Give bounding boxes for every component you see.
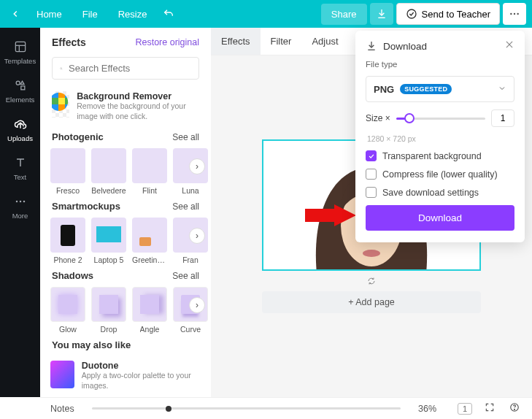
effect-duotone[interactable]: Duotone Apply a two-color palette to you… [49,356,202,395]
transparent-bg-checkbox[interactable]: Transparent background [366,150,514,161]
svg-point-15 [23,201,25,203]
svg-point-1 [510,13,512,15]
download-title: Download [383,41,498,52]
download-icon-button[interactable] [370,3,393,25]
shadows-seeall[interactable]: See all [172,271,199,281]
restore-original[interactable]: Restore original [135,37,199,47]
svg-point-24 [514,409,515,410]
send-to-teacher-button[interactable]: Send to Teacher [396,3,500,25]
size-label: Size × [366,113,390,123]
background-remover[interactable]: Background Remover Remove the background… [49,88,202,124]
effect-flint[interactable]: Flint [132,148,167,195]
search-effects[interactable] [52,57,199,80]
svg-point-0 [407,9,416,18]
svg-point-16 [61,67,62,69]
bg-remover-thumb [52,91,69,118]
size-value[interactable]: 1 [491,109,514,127]
effect-fresco[interactable]: Fresco [50,148,85,195]
svg-point-7 [16,81,20,85]
fullscreen-button[interactable] [482,402,497,415]
tab-filter[interactable]: Filter [261,28,302,55]
zoom-slider[interactable] [92,407,401,410]
shadow-glow[interactable]: Glow [50,287,85,334]
search-input[interactable] [69,63,191,74]
download-icon [366,40,377,52]
smartmockups-title: Smartmockups [52,201,120,212]
zoom-percent: 36% [418,404,447,414]
rail-templates[interactable]: Templates [0,34,40,71]
more-button[interactable] [503,3,526,25]
svg-point-19 [363,250,380,257]
rail-uploads[interactable]: Uploads [0,111,40,148]
compress-checkbox[interactable]: Compress file (lower quality) [366,169,514,180]
share-button[interactable]: Share [321,4,367,25]
shadow-angle[interactable]: Angle [132,287,167,334]
effect-belvedere[interactable]: Belvedere [91,148,126,195]
svg-line-17 [62,69,63,69]
tab-effects[interactable]: Effects [211,28,261,55]
svg-point-3 [517,13,518,15]
file-menu[interactable]: File [74,4,107,24]
filetype-select[interactable]: PNG SUGGESTED [366,76,514,102]
page-count[interactable]: 1 [458,403,472,415]
resize-menu[interactable]: Resize [109,4,156,24]
shadows-title: Shadows [52,270,93,281]
rail-text[interactable]: Text [0,150,40,187]
shadow-drop[interactable]: Drop [91,287,126,334]
dimensions-text: 1280 × 720 px [366,134,514,143]
back-button[interactable] [6,4,25,23]
duotone-desc: Apply a two-color palette to your images… [82,371,201,391]
duotone-title: Duotone [82,361,201,371]
photogenic-seeall[interactable]: See all [172,132,199,142]
mockup-laptop[interactable]: Laptop 5 [91,218,126,264]
rail-elements[interactable]: Elements [0,72,40,109]
ymal-title: You may also like [52,339,131,350]
home-menu[interactable]: Home [28,4,71,24]
mockup-card[interactable]: Greeting car... [132,218,167,264]
panel-title: Effects [52,36,86,48]
photogenic-title: Photogenic [52,131,104,142]
save-settings-checkbox[interactable]: Save download settings [366,187,514,198]
add-page-button[interactable]: + Add page [262,291,481,313]
help-button[interactable] [507,402,522,415]
smartmockups-seeall[interactable]: See all [172,201,199,212]
download-panel: Download File type PNG SUGGESTED Size × … [355,31,525,242]
duotone-thumb [50,361,74,388]
search-icon [60,64,63,74]
svg-rect-8 [20,86,24,90]
size-slider[interactable] [396,118,485,120]
bg-remover-desc: Remove the background of your image with… [77,101,199,121]
bg-remover-title: Background Remover [77,91,199,101]
notes-button[interactable]: Notes [50,404,74,414]
close-button[interactable] [504,39,514,53]
svg-point-13 [15,201,18,203]
svg-point-14 [19,201,21,203]
filetype-label: File type [366,60,514,69]
mockup-phone[interactable]: Phone 2 [50,218,85,264]
download-button[interactable]: Download [366,205,514,231]
chevron-down-icon [498,82,506,96]
svg-rect-4 [15,42,25,51]
sync-icon [367,277,376,285]
send-label: Send to Teacher [422,9,490,20]
undo-button[interactable] [158,8,179,20]
tab-adjust[interactable]: Adjust [301,28,348,55]
svg-marker-9 [20,81,24,84]
svg-point-2 [514,13,515,15]
rail-more[interactable]: More [0,188,40,226]
